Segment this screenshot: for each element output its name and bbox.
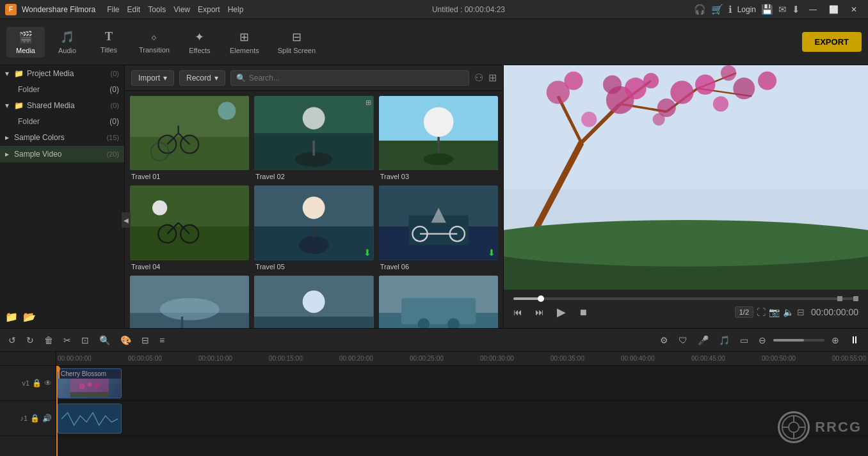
skip-backward-button[interactable]: ⏮ (510, 306, 526, 318)
preview-pip-icon[interactable]: ⊟ (797, 307, 805, 317)
preview-progress-bar[interactable] (513, 297, 858, 300)
timeline-tracks: Cherry Blossom (56, 366, 868, 456)
titlebar: F Wondershare Filmora File Edit Tools Vi… (0, 0, 868, 19)
redo-button[interactable]: ↻ (23, 334, 37, 347)
lock-icon-a1[interactable]: 🔒 (30, 414, 40, 423)
lock-icon-v1[interactable]: 🔒 (32, 379, 42, 388)
minimize-button[interactable]: — (805, 2, 821, 17)
media-item-travel06[interactable]: ⬇ Travel 06 (379, 185, 498, 270)
zoom-out-tl-button[interactable]: ⊖ (755, 334, 769, 347)
split-screen-label: Split Screen (278, 47, 316, 54)
maximize-button[interactable]: ⬜ (826, 2, 841, 17)
toolbar-effects[interactable]: ✦ Effects (181, 27, 219, 58)
preview-volume-icon[interactable]: 🔈 (783, 307, 794, 317)
preview-progress-fill (513, 297, 541, 300)
audio-track-button[interactable]: 🎵 (716, 334, 733, 347)
delete-button[interactable]: 🗑 (41, 334, 56, 347)
shared-media-header[interactable]: ▾ 📁 Shared Media (0) (0, 97, 124, 114)
audio-clip[interactable] (58, 404, 122, 434)
menu-export[interactable]: Export (198, 5, 220, 14)
sample-video-header[interactable]: ▸ Sample Video (20) (0, 146, 124, 162)
settings-button[interactable]: ⚙ (657, 334, 671, 347)
close-button[interactable]: ✕ (846, 2, 862, 17)
preview-fraction[interactable]: 1/2 (735, 306, 753, 318)
subtitle-button[interactable]: ▭ (737, 334, 751, 347)
info-icon[interactable]: ℹ (728, 4, 732, 15)
project-media-folder[interactable]: Folder (0) (0, 82, 124, 97)
menu-view[interactable]: View (173, 5, 190, 14)
menu-help[interactable]: Help (228, 5, 244, 14)
play-button[interactable]: ▶ (554, 304, 569, 320)
toolbar-elements[interactable]: ⊞ Elements (222, 27, 267, 58)
toolbar-audio[interactable]: 🎵 Audio (48, 27, 86, 58)
media-item-travel04[interactable]: Travel 04 (130, 185, 249, 270)
export-button[interactable]: EXPORT (802, 32, 862, 52)
svg-point-80 (87, 382, 92, 386)
media-item-travel02[interactable]: ⊞ Travel 02 (254, 96, 373, 180)
ruler-mark-11: 00:00:55:00 (832, 352, 868, 365)
cart-icon[interactable]: 🛒 (711, 4, 723, 15)
eye-icon-v1[interactable]: 👁 (44, 379, 52, 388)
shared-media-folder[interactable]: Folder (0) (0, 114, 124, 129)
sound-icon-a1[interactable]: 🔊 (42, 414, 52, 423)
filter-icon[interactable]: ⚇ (474, 72, 483, 84)
zoom-in-tl-button[interactable]: ⊕ (828, 334, 842, 347)
toolbar-transition[interactable]: ⬦ Transition (131, 27, 177, 57)
media-name-travel06: Travel 06 (379, 263, 498, 271)
new-folder-icon[interactable]: 📁 (5, 311, 18, 323)
project-media-label-group: ▾ 📁 Project Media (5, 69, 74, 78)
timeline-tracks-label: v1 🔒 👁 ♪1 🔒 🔊 (0, 352, 56, 456)
undo-button[interactable]: ↺ (5, 334, 19, 347)
zoom-in-button[interactable]: 🔍 (96, 334, 113, 347)
ruler-mark-7: 00:00:35:00 (551, 352, 621, 365)
sample-colors-header[interactable]: ▸ Sample Colors (15) (0, 129, 124, 146)
toolbar-titles[interactable]: T Titles (90, 27, 128, 57)
preview-snapshot-icon[interactable]: 📷 (769, 307, 780, 317)
preview-fullscreen-icon[interactable]: ⛶ (757, 307, 766, 317)
media-item-travel01[interactable]: Travel 01 (130, 96, 249, 180)
import-dropdown[interactable]: Import ▾ (131, 70, 174, 86)
search-input[interactable] (249, 74, 463, 83)
crop-button[interactable]: ⊡ (78, 334, 92, 347)
cherry-blossom-clip[interactable]: Cherry Blossom (58, 368, 122, 398)
import-folder-icon[interactable]: 📂 (23, 311, 36, 323)
sample-video-count: (20) (106, 150, 119, 158)
media-item-travel08[interactable]: ⬇ Travel 08 (254, 276, 373, 328)
color-match-button[interactable]: 🎨 (117, 334, 134, 347)
menu-file[interactable]: File (107, 5, 119, 14)
split-button[interactable]: ⊟ (138, 334, 152, 347)
adjust-button[interactable]: ≡ (156, 334, 168, 347)
play-backward-button[interactable]: ⏭ (532, 306, 547, 318)
sample-video-chevron: ▸ (5, 150, 9, 159)
stop-button[interactable]: ⏹ (575, 306, 591, 318)
media-thumb-travel09: ⬇ (379, 276, 498, 328)
menu-edit[interactable]: Edit (127, 5, 141, 14)
travel06-download-icon: ⬇ (488, 248, 495, 258)
mail-icon[interactable]: ✉ (778, 4, 787, 15)
toolbar-split-screen[interactable]: ⊟ Split Screen (270, 27, 323, 58)
grid-icon[interactable]: ⊞ (488, 72, 497, 84)
login-button[interactable]: Login (737, 5, 756, 14)
headphone-icon[interactable]: 🎧 (694, 4, 706, 15)
cut-button[interactable]: ✂ (60, 334, 74, 347)
svg-point-17 (424, 153, 454, 166)
toolbar-media[interactable]: 🎬 Media (6, 27, 45, 58)
media-item-travel05[interactable]: ⬇ Travel 05 (254, 185, 373, 270)
media-thumb-travel01 (130, 96, 249, 170)
media-item-travel09[interactable]: ⬇ Travel 09 (379, 276, 498, 328)
mic-button[interactable]: 🎤 (695, 334, 712, 347)
clip-name: Cherry Blossom (58, 369, 121, 379)
shield-button[interactable]: 🛡 (675, 334, 691, 347)
preview-progress-handle[interactable] (538, 295, 544, 302)
panel-collapse-button[interactable]: ◀ (122, 212, 131, 228)
import-chevron-icon: ▾ (163, 74, 167, 83)
menu-tools[interactable]: Tools (148, 5, 166, 14)
project-media-header[interactable]: ▾ 📁 Project Media (0) (0, 65, 124, 82)
save-icon[interactable]: 💾 (761, 4, 773, 15)
media-item-travel03[interactable]: Travel 03 (379, 96, 498, 180)
record-dropdown[interactable]: Record ▾ (179, 70, 225, 86)
media-item-travel07[interactable]: ⬇ Travel 07 (130, 276, 249, 328)
pause-tl-button[interactable]: ⏸ (846, 333, 863, 347)
titlebar-controls: 🎧 🛒 ℹ Login 💾 ✉ ⬇ — ⬜ ✕ (694, 2, 868, 17)
download-icon[interactable]: ⬇ (792, 4, 800, 15)
